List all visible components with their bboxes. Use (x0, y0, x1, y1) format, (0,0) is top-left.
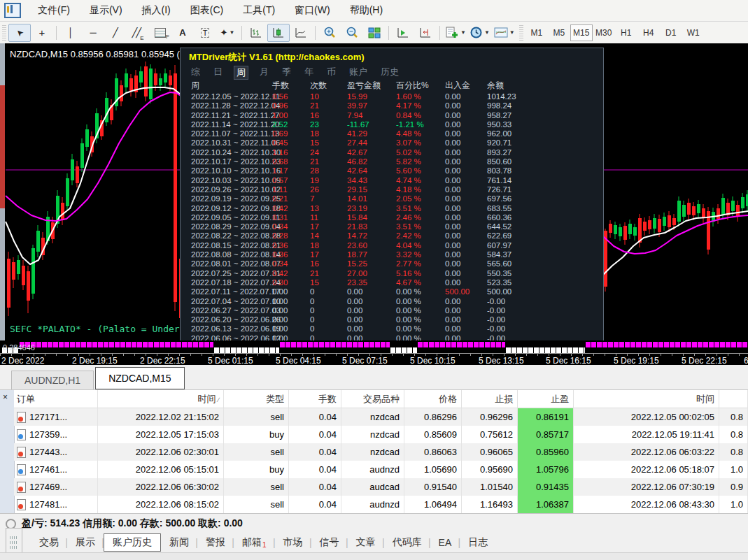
menu-item-帮助[interactable]: 帮助(H) (340, 1, 393, 20)
order-cell[interactable]: 0.91435 (518, 478, 574, 496)
stats-tab-综[interactable]: 综 (189, 66, 202, 80)
auto-scroll-button[interactable] (392, 24, 414, 42)
order-cell[interactable]: 0.85717 (518, 426, 574, 443)
timeframe-W1[interactable]: W1 (682, 24, 705, 41)
stats-tab-账户[interactable]: 账户 (347, 66, 369, 80)
order-id-cell[interactable]: 127171... (14, 408, 98, 426)
tab-交易[interactable]: 交易| (31, 534, 67, 551)
order-cell[interactable]: 1.06494 (404, 496, 462, 513)
order-cell[interactable]: 0.75612 (462, 426, 518, 443)
timeframe-H4[interactable]: H4 (637, 24, 660, 41)
order-id-cell[interactable]: 127481... (14, 496, 98, 513)
order-cell[interactable]: 1.0 (719, 496, 748, 513)
order-cell[interactable]: 1.16493 (462, 496, 518, 513)
tab-账户历史[interactable]: 账户历史 (104, 533, 161, 552)
order-cell[interactable]: 2022.12.05 17:15:03 (98, 426, 224, 443)
order-cell[interactable]: 0.85960 (518, 443, 574, 461)
orders-col-header[interactable]: 类型 (224, 390, 289, 408)
order-cell[interactable]: 0.04 (289, 443, 341, 461)
order-id-cell[interactable]: 127359... (14, 426, 98, 443)
order-cell[interactable]: 0.04 (289, 426, 341, 443)
equidistant-channel-tool-button[interactable]: ╱╱E (127, 24, 149, 42)
timeframe-H1[interactable]: H1 (615, 24, 637, 41)
stats-tab-月[interactable]: 月 (257, 66, 271, 80)
tab-代码库[interactable]: 代码库| (384, 534, 430, 551)
cursor-tool-button[interactable]: ➤ (8, 24, 31, 42)
timeframe-D1[interactable]: D1 (660, 24, 682, 41)
order-cell[interactable]: 0.86296 (404, 408, 462, 426)
chart-shift-button[interactable] (414, 24, 437, 42)
orders-col-header[interactable] (719, 390, 748, 408)
menu-item-显示[interactable]: 显示(V) (80, 1, 132, 20)
order-cell[interactable]: 0.9 (719, 478, 748, 496)
order-cell[interactable]: 0.96296 (462, 408, 518, 426)
time-axis[interactable]: 2 Dec 20222 Dec 19:152 Dec 22:155 Dec 01… (0, 353, 748, 366)
order-cell[interactable]: 2022.12.05 00:02:05 (574, 408, 719, 426)
order-cell[interactable]: 0.96065 (462, 443, 518, 461)
zoom-in-button[interactable] (318, 24, 341, 42)
tab-警报[interactable]: 警报| (197, 534, 234, 551)
order-cell[interactable]: 2022.12.02 21:15:02 (98, 408, 224, 426)
period-button[interactable]: ▼ (468, 24, 492, 42)
order-cell[interactable]: 2022.12.06 06:30:02 (98, 478, 224, 496)
stats-tab-季[interactable]: 季 (280, 66, 293, 80)
order-cell[interactable]: buy (224, 461, 289, 478)
trendline-tool-button[interactable]: ╱ (104, 24, 127, 42)
order-cell[interactable]: sell (224, 408, 289, 426)
orders-col-header[interactable]: 交易品种 (341, 390, 404, 408)
orders-col-header[interactable]: 价格 (404, 390, 462, 408)
order-cell[interactable]: 1.05690 (404, 461, 462, 478)
order-cell[interactable]: 0.04 (289, 408, 341, 426)
tab-新闻[interactable]: 新闻| (161, 534, 197, 551)
orders-col-header[interactable]: 时间∕ (98, 390, 224, 408)
order-cell[interactable]: 2022.12.06 06:03:22 (574, 443, 719, 461)
text-tool-button[interactable]: A (171, 24, 194, 42)
order-cell[interactable]: buy (224, 426, 289, 443)
order-cell[interactable]: 0.8 (719, 443, 748, 461)
stats-panel[interactable]: MTDriver统计 V1.61 (http://chaokes.com) 综日… (180, 48, 604, 343)
order-cell[interactable]: audnzd (341, 496, 404, 513)
order-cell[interactable]: 0.8 (719, 426, 748, 443)
timeframe-M1[interactable]: M1 (525, 24, 548, 41)
horizontal-line-tool-button[interactable]: ─ (82, 24, 104, 42)
timeframe-M5[interactable]: M5 (548, 24, 570, 41)
order-cell[interactable]: sell (224, 443, 289, 461)
tile-windows-button[interactable] (363, 24, 386, 42)
order-cell[interactable]: 2022.12.06 05:15:01 (98, 461, 224, 478)
stats-tab-周[interactable]: 周 (234, 66, 248, 80)
order-cell[interactable]: 2022.12.06 08:43:30 (574, 496, 719, 513)
candlestick-chart-type-button[interactable] (267, 24, 290, 42)
bar-chart-type-button[interactable] (245, 24, 267, 42)
crosshair-tool-button[interactable]: + (31, 24, 53, 42)
chart-tab-AUDNZD,H1[interactable]: AUDNZD,H1 (11, 371, 94, 389)
order-cell[interactable]: 0.95690 (462, 461, 518, 478)
order-cell[interactable]: 0.85609 (404, 426, 462, 443)
order-cell[interactable]: 2022.12.06 02:30:01 (98, 443, 224, 461)
order-id-cell[interactable]: 127469... (14, 478, 98, 496)
orders-col-header[interactable]: 手数 (289, 390, 341, 408)
order-cell[interactable]: 2022.12.06 05:18:07 (574, 461, 719, 478)
order-cell[interactable]: sell (224, 496, 289, 513)
stats-tab-日[interactable]: 日 (211, 66, 225, 80)
order-cell[interactable]: 0.91540 (404, 478, 462, 496)
order-cell[interactable]: audnzd (341, 461, 404, 478)
timeframe-M15[interactable]: M15 (570, 24, 593, 41)
zoom-out-button[interactable] (341, 24, 363, 42)
order-cell[interactable]: 0.86063 (404, 443, 462, 461)
tab-日志[interactable]: 日志 (460, 534, 496, 551)
tab-市场[interactable]: 市场| (275, 534, 311, 551)
timeframe-M30[interactable]: M30 (593, 24, 615, 41)
order-cell[interactable]: 2022.12.06 08:15:02 (98, 496, 224, 513)
menu-item-窗口[interactable]: 窗口(W) (285, 1, 340, 20)
order-cell[interactable]: 1.0 (719, 461, 748, 478)
order-cell[interactable]: 2022.12.06 07:30:19 (574, 478, 719, 496)
stats-tab-币[interactable]: 币 (325, 66, 338, 80)
stats-tab-年[interactable]: 年 (302, 66, 316, 80)
menu-item-文件[interactable]: 文件(F) (28, 1, 80, 20)
order-cell[interactable]: 0.8 (719, 408, 748, 426)
orders-col-header[interactable]: 止损 (462, 390, 518, 408)
label-tool-button[interactable]: T (194, 24, 216, 42)
indicators-button[interactable]: ▼ (492, 24, 517, 42)
order-cell[interactable]: 1.05796 (518, 461, 574, 478)
order-cell[interactable]: 0.04 (289, 478, 341, 496)
